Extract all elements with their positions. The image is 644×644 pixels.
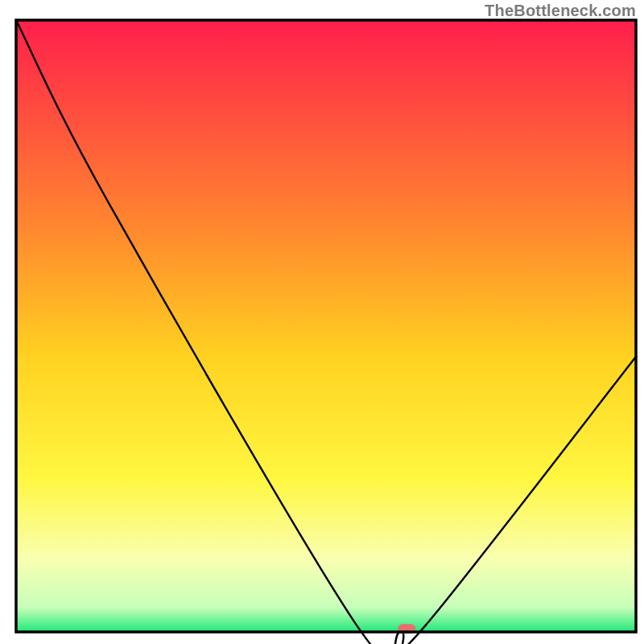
chart-container: TheBottleneck.com: [0, 0, 644, 644]
bottleneck-chart: [0, 0, 644, 644]
plot-background: [16, 20, 636, 632]
watermark-text: TheBottleneck.com: [485, 2, 636, 20]
